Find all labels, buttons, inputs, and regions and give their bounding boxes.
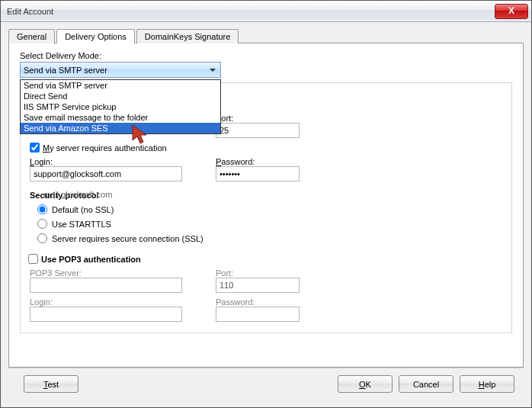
option-iis-pickup[interactable]: IIS SMTP Service pickup — [21, 101, 220, 112]
radio-default-ssl-label: Default (no SSL) — [52, 205, 114, 214]
pop3-port-input — [216, 278, 300, 293]
radio-starttls-label: Use STARTTLS — [52, 220, 111, 229]
tab-domainkeys[interactable]: DomainKeys Signature — [136, 29, 239, 43]
option-save-to-folder[interactable]: Save email message to the folder — [21, 112, 220, 123]
client-area: General Delivery Options DomainKeys Sign… — [1, 22, 531, 407]
radio-ssl-label: Server requires secure connection (SSL) — [52, 234, 204, 243]
auth-checkbox[interactable] — [30, 143, 40, 153]
port-label: Port: — [216, 114, 322, 123]
pop3-title: Use POP3 authentication — [41, 255, 141, 264]
pop3-server-input — [30, 278, 182, 293]
cancel-button[interactable]: Cancel — [399, 375, 453, 393]
help-button[interactable]: Help — [460, 375, 514, 393]
edit-account-window: Edit Account X General Delivery Options … — [0, 0, 532, 408]
delivery-mode-label: Select Delivery Mode: — [20, 51, 512, 60]
pop3-checkbox[interactable] — [28, 254, 38, 264]
login-input[interactable] — [30, 166, 182, 182]
password-input[interactable] — [216, 166, 300, 182]
pop3-login-label: Login: — [30, 297, 197, 307]
option-direct-send[interactable]: Direct Send — [21, 91, 220, 101]
tab-delivery-options[interactable]: Delivery Options — [56, 29, 135, 43]
radio-starttls[interactable] — [37, 219, 47, 229]
pop3-login-input — [30, 307, 182, 322]
ok-button[interactable]: OK — [338, 375, 393, 393]
auth-checkbox-label: My server requires authentication — [43, 143, 167, 153]
delivery-mode-selected-text: Send via SMTP server — [24, 66, 210, 75]
pop3-server-label: POP3 Server: — [30, 268, 197, 278]
radio-default-ssl[interactable] — [37, 204, 47, 214]
dialog-footer: Test OK Cancel Help — [8, 368, 524, 400]
option-amazon-ses[interactable]: Send via Amazon SES — [21, 123, 220, 133]
smtp-server-value-peek: mail.glocksoft.com — [43, 190, 112, 199]
test-button[interactable]: Test — [24, 375, 79, 393]
delivery-mode-select[interactable]: Send via SMTP server — [20, 62, 221, 78]
close-button[interactable]: X — [495, 4, 528, 19]
radio-ssl[interactable] — [37, 233, 47, 243]
pop3-port-label: Port: — [216, 268, 322, 278]
option-smtp[interactable]: Send via SMTP server — [21, 80, 220, 91]
pop3-password-input — [216, 307, 300, 322]
auth-checkbox-row: My server requires authentication — [30, 143, 502, 153]
password-label: Password: — [216, 157, 322, 166]
titlebar: Edit Account X — [1, 1, 531, 22]
chevron-down-icon — [210, 69, 216, 72]
tab-general[interactable]: General — [8, 29, 55, 43]
tabstrip: General Delivery Options DomainKeys Sign… — [8, 28, 524, 43]
pop3-password-label: Password: — [216, 297, 322, 307]
delivery-mode-dropdown: Send via SMTP server Direct Send IIS SMT… — [20, 79, 221, 134]
tabpage-delivery: Select Delivery Mode: Send via SMTP serv… — [8, 43, 524, 368]
window-title: Edit Account — [7, 7, 495, 16]
login-label: Login: — [30, 157, 197, 166]
port-input[interactable] — [216, 123, 300, 138]
